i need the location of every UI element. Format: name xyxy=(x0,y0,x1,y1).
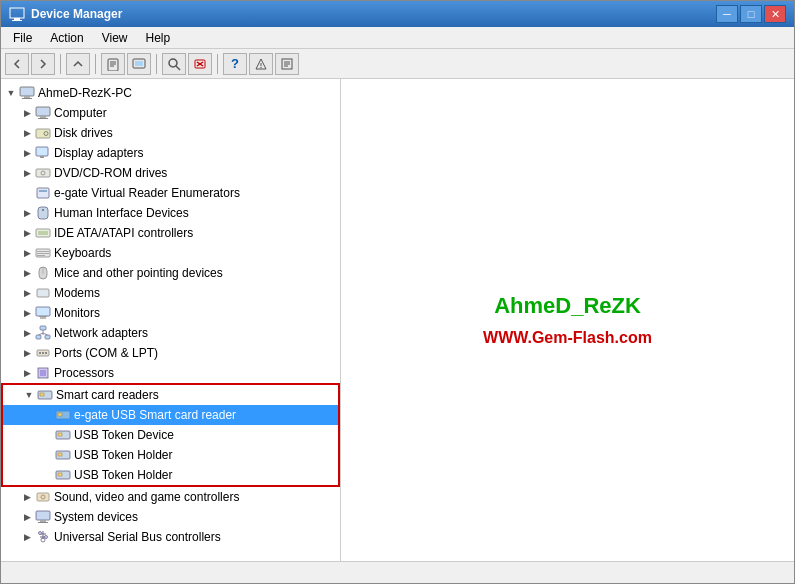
list-item[interactable]: ▶ Human Interface Devices xyxy=(1,203,340,223)
svg-rect-3 xyxy=(108,59,118,71)
svg-rect-34 xyxy=(39,190,47,192)
svg-rect-50 xyxy=(36,335,41,339)
dvd-label: DVD/CD-ROM drives xyxy=(54,166,167,180)
list-item[interactable]: ▶ Computer xyxy=(1,103,340,123)
scan-button[interactable] xyxy=(162,53,186,75)
keyboard-label: Keyboards xyxy=(54,246,111,260)
dvd-icon xyxy=(35,165,51,181)
ide-label: IDE ATA/ATAPI controllers xyxy=(54,226,193,240)
list-item[interactable]: ▶ Modems xyxy=(1,283,340,303)
up-button[interactable] xyxy=(66,53,90,75)
extra-button2[interactable] xyxy=(275,53,299,75)
monitor-icon xyxy=(35,305,51,321)
keyboard-expand[interactable]: ▶ xyxy=(19,245,35,261)
sound-label: Sound, video and game controllers xyxy=(54,490,239,504)
computer-icon xyxy=(19,85,35,101)
list-item[interactable]: ▶ Monitors xyxy=(1,303,340,323)
menu-file[interactable]: File xyxy=(5,29,40,47)
back-button[interactable] xyxy=(5,53,29,75)
svg-line-10 xyxy=(176,66,180,70)
menu-help[interactable]: Help xyxy=(138,29,179,47)
ports-expand[interactable]: ▶ xyxy=(19,345,35,361)
dvd-expand[interactable]: ▶ xyxy=(19,165,35,181)
list-item[interactable]: ▶ e-gate Virtual Reader Enumerators xyxy=(1,183,340,203)
forward-button[interactable] xyxy=(31,53,55,75)
list-item[interactable]: ▶ Disk drives xyxy=(1,123,340,143)
list-item[interactable]: ▶ Network adapters xyxy=(1,323,340,343)
list-item[interactable]: ▶ Keyboards xyxy=(1,243,340,263)
svg-rect-51 xyxy=(45,335,50,339)
hid-label: Human Interface Devices xyxy=(54,206,189,220)
list-item[interactable]: ▶ IDE ATA/ATAPI controllers xyxy=(1,223,340,243)
system-label: System devices xyxy=(54,510,138,524)
computer-expand[interactable]: ▶ xyxy=(19,105,35,121)
list-item[interactable]: ▶ Ports (COM & LPT) xyxy=(1,343,340,363)
root-expand[interactable]: ▼ xyxy=(3,85,19,101)
cpu-icon xyxy=(35,365,51,381)
svg-rect-31 xyxy=(36,169,50,177)
minimize-button[interactable]: ─ xyxy=(716,5,738,23)
list-item[interactable]: ▶ USB Token Holder xyxy=(3,465,338,485)
svg-rect-41 xyxy=(37,253,49,254)
mice-expand[interactable]: ▶ xyxy=(19,265,35,281)
smartcard-expand[interactable]: ▼ xyxy=(21,387,37,403)
system-expand[interactable]: ▶ xyxy=(19,509,35,525)
processors-label: Processors xyxy=(54,366,114,380)
menu-action[interactable]: Action xyxy=(42,29,91,47)
display-label: Display adapters xyxy=(54,146,143,160)
list-item[interactable]: ▶ Sound, video and game controllers xyxy=(1,487,340,507)
usb-expand[interactable]: ▶ xyxy=(19,529,35,545)
update-button[interactable] xyxy=(127,53,151,75)
svg-rect-22 xyxy=(24,96,30,98)
menu-view[interactable]: View xyxy=(94,29,136,47)
svg-rect-56 xyxy=(39,352,41,354)
svg-rect-38 xyxy=(38,231,48,235)
tree-panel[interactable]: ▼ AhmeD-RezK-PC ▶ xyxy=(1,79,341,561)
device-manager-window: Device Manager ─ □ ✕ File Action View He… xyxy=(0,0,795,584)
svg-point-9 xyxy=(169,59,177,67)
close-button[interactable]: ✕ xyxy=(764,5,786,23)
svg-rect-0 xyxy=(10,8,24,18)
app-icon xyxy=(9,6,25,22)
help-button[interactable]: ? xyxy=(223,53,247,75)
system-icon xyxy=(35,509,51,525)
watermark-text-1: AhmeD_ReZK xyxy=(494,293,641,319)
properties-button[interactable] xyxy=(101,53,125,75)
smartcard-icon xyxy=(37,387,53,403)
maximize-button[interactable]: □ xyxy=(740,5,762,23)
status-bar xyxy=(1,561,794,583)
svg-rect-60 xyxy=(40,370,46,376)
network-expand[interactable]: ▶ xyxy=(19,325,35,341)
modem-expand[interactable]: ▶ xyxy=(19,285,35,301)
list-item[interactable]: ▶ DVD/CD-ROM drives xyxy=(1,163,340,183)
svg-line-54 xyxy=(43,333,48,335)
processors-expand[interactable]: ▶ xyxy=(19,365,35,381)
mice-label: Mice and other pointing devices xyxy=(54,266,223,280)
list-item[interactable]: ▶ Universal Serial Bus controllers xyxy=(1,527,340,547)
display-expand[interactable]: ▶ xyxy=(19,145,35,161)
uninstall-button[interactable] xyxy=(188,53,212,75)
monitor-expand[interactable]: ▶ xyxy=(19,305,35,321)
list-item[interactable]: ▶ System devices xyxy=(1,507,340,527)
ide-expand[interactable]: ▶ xyxy=(19,225,35,241)
sound-expand[interactable]: ▶ xyxy=(19,489,35,505)
list-item[interactable]: ▶ Display adapters xyxy=(1,143,340,163)
svg-rect-1 xyxy=(14,18,20,20)
list-item[interactable]: ▶ USB Token Holder xyxy=(3,445,338,465)
list-item[interactable]: ▶ Processors xyxy=(1,363,340,383)
list-item[interactable]: ▶ e-gate USB Smart card reader xyxy=(3,405,338,425)
network-icon xyxy=(35,325,51,341)
svg-rect-74 xyxy=(40,520,46,522)
hid-expand[interactable]: ▶ xyxy=(19,205,35,221)
tree-root[interactable]: ▼ AhmeD-RezK-PC xyxy=(1,83,340,103)
list-item[interactable]: ▼ Smart card readers xyxy=(3,385,338,405)
root-label: AhmeD-RezK-PC xyxy=(38,86,132,100)
extra-button1[interactable] xyxy=(249,53,273,75)
list-item[interactable]: ▶ USB Token Device xyxy=(3,425,338,445)
svg-rect-73 xyxy=(36,511,50,520)
svg-point-77 xyxy=(45,536,48,539)
hid-icon xyxy=(35,205,51,221)
disk-expand[interactable]: ▶ xyxy=(19,125,35,141)
svg-rect-40 xyxy=(37,251,49,252)
list-item[interactable]: ▶ Mice and other pointing devices xyxy=(1,263,340,283)
